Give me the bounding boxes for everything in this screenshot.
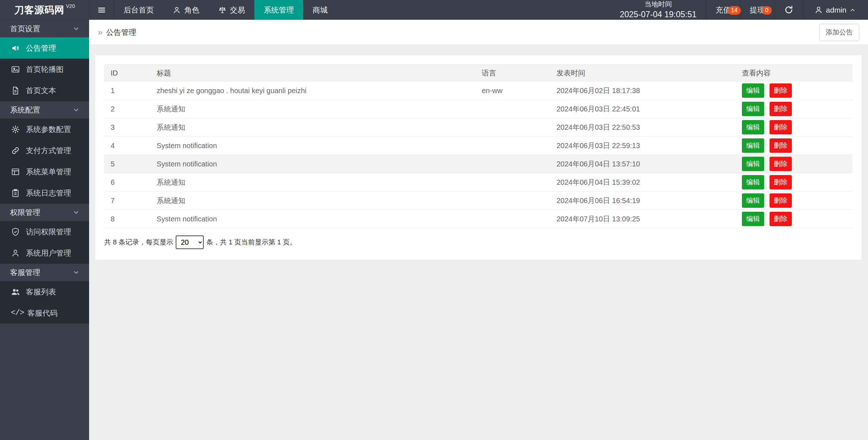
megaphone-icon [11, 43, 20, 53]
cell-id: 3 [104, 118, 157, 137]
gear-icon [11, 125, 20, 134]
admin-user-menu[interactable]: admin [803, 0, 868, 20]
delete-button[interactable]: 删除 [770, 193, 792, 208]
document-icon [11, 86, 20, 95]
clipboard-icon [11, 188, 20, 198]
chevron-down-icon [73, 269, 80, 276]
sidebar-item-system-menu[interactable]: 系统菜单管理 [0, 161, 89, 182]
edit-button[interactable]: 编辑 [742, 193, 764, 208]
chevron-down-icon [73, 209, 80, 216]
withdraw-button[interactable]: 提现 0 [740, 0, 774, 20]
cell-language [482, 118, 557, 137]
sidebar-item-system-params[interactable]: 系统参数配置 [0, 119, 89, 140]
cell-publish-time: 2024年06月04日 15:39:02 [557, 173, 742, 192]
app-logo-version: V20 [66, 3, 75, 9]
delete-button[interactable]: 删除 [770, 102, 792, 116]
cell-publish-time: 2024年06月04日 13:57:10 [557, 155, 742, 173]
sidebar-item-home-carousel[interactable]: 首页轮播图 [0, 59, 89, 80]
sidebar-section-label: 权限管理 [10, 207, 40, 217]
recharge-button[interactable]: 充值 14 [706, 0, 740, 20]
edit-button[interactable]: 编辑 [742, 138, 764, 153]
sidebar-section-customer-service[interactable]: 客服管理 [0, 263, 89, 281]
cell-title: System notification [157, 137, 482, 155]
cell-id: 8 [104, 210, 157, 228]
cell-id: 2 [104, 100, 157, 118]
cell-language [482, 155, 557, 173]
cell-id: 1 [104, 82, 157, 100]
delete-button[interactable]: 删除 [770, 120, 792, 134]
edit-button[interactable]: 编辑 [742, 102, 764, 116]
announcement-table: ID 标题 语言 发表时间 查看内容 1 zheshi yi ze gongga… [104, 64, 853, 228]
cell-language [482, 210, 557, 228]
cell-language [482, 100, 557, 118]
cell-language [482, 137, 557, 155]
cell-publish-time: 2024年06月03日 22:45:01 [557, 100, 742, 118]
sidebar-item-payment-methods[interactable]: 支付方式管理 [0, 140, 89, 161]
delete-button[interactable]: 删除 [770, 157, 792, 171]
delete-button[interactable]: 删除 [770, 83, 792, 98]
sidebar-item-access-permissions[interactable]: 访问权限管理 [0, 221, 89, 242]
pagination-text-before: 共 8 条记录，每页显示 [104, 238, 173, 247]
table-row: 6 系統通知 2024年06月04日 15:39:02 编辑 删除 [104, 173, 853, 192]
cell-actions: 编辑 删除 [742, 82, 853, 100]
nav-item-system-management[interactable]: 系统管理 [254, 0, 303, 20]
sidebar-item-label: 系统菜单管理 [26, 167, 71, 177]
sidebar-item-label: 首页文本 [26, 86, 56, 96]
image-icon [11, 65, 20, 74]
announcement-table-card: ID 标题 语言 发表时间 查看内容 1 zheshi yi ze gongga… [95, 55, 862, 260]
sidebar-item-system-users[interactable]: 系统用户管理 [0, 242, 89, 263]
sidebar-section-home-settings[interactable]: 首页设置 [0, 20, 89, 37]
delete-button[interactable]: 删除 [770, 212, 792, 226]
cell-actions: 编辑 删除 [742, 100, 853, 118]
nav-item-dashboard[interactable]: 后台首页 [114, 0, 163, 20]
nav-item-label: 后台首页 [124, 5, 154, 15]
delete-button[interactable]: 删除 [770, 138, 792, 153]
cell-actions: 编辑 删除 [742, 210, 853, 228]
sidebar-item-system-logs[interactable]: 系统日志管理 [0, 182, 89, 203]
edit-button[interactable]: 编辑 [742, 83, 764, 98]
page-size-select[interactable]: 20 [176, 235, 204, 249]
local-time-value: 2025-07-04 19:05:51 [620, 9, 697, 20]
add-announcement-button[interactable]: 添加公告 [819, 24, 859, 41]
scales-icon [218, 6, 227, 14]
cell-title: 系統通知 [157, 118, 482, 137]
cell-publish-time: 2024年06月03日 22:50:53 [557, 118, 742, 137]
app-logo-text: 刀客源码网 [14, 4, 65, 17]
table-row: 2 系統通知 2024年06月03日 22:45:01 编辑 删除 [104, 100, 853, 118]
users-icon [11, 287, 20, 297]
edit-button[interactable]: 编辑 [742, 157, 764, 171]
refresh-button[interactable] [774, 0, 803, 20]
sidebar-item-service-code[interactable]: </> 客服代码 [0, 302, 89, 324]
cell-id: 4 [104, 137, 157, 155]
table-row: 4 System notification 2024年06月03日 22:59:… [104, 137, 853, 155]
column-header-publish-time: 发表时间 [557, 65, 742, 82]
nav-item-trade[interactable]: 交易 [209, 0, 254, 20]
main-content: » 公告管理 添加公告 ID 标题 语言 发表时间 查看内容 1 zheshi … [89, 20, 868, 440]
cell-title: 系統通知 [157, 173, 482, 192]
admin-username: admin [826, 6, 846, 14]
sidebar-item-announcement-management[interactable]: 公告管理 [0, 37, 89, 59]
sidebar-section-label: 客服管理 [10, 267, 40, 278]
sidebar-section-system-config[interactable]: 系统配置 [0, 101, 89, 119]
nav-item-label: 系统管理 [264, 5, 294, 15]
edit-button[interactable]: 编辑 [742, 175, 764, 189]
sidebar-item-service-list[interactable]: 客服列表 [0, 281, 89, 302]
delete-button[interactable]: 删除 [770, 175, 792, 189]
hamburger-menu-button[interactable] [89, 0, 114, 20]
local-time-display: 当地时间 2025-07-04 19:05:51 [610, 0, 706, 20]
link-icon [11, 146, 20, 155]
column-header-title: 标题 [157, 65, 482, 82]
edit-button[interactable]: 编辑 [742, 212, 764, 226]
hamburger-icon [97, 6, 106, 14]
menu-panel-icon [11, 167, 20, 177]
sidebar-item-home-text[interactable]: 首页文本 [0, 80, 89, 101]
column-header-language: 语言 [482, 65, 557, 82]
sidebar-item-label: 访问权限管理 [26, 227, 71, 237]
edit-button[interactable]: 编辑 [742, 120, 764, 134]
sidebar-section-permissions[interactable]: 权限管理 [0, 203, 89, 221]
withdraw-badge: 0 [762, 6, 772, 15]
nav-item-mall[interactable]: 商城 [303, 0, 337, 20]
table-row: 5 System notification 2024年06月04日 13:57:… [104, 155, 853, 173]
nav-item-roles[interactable]: 角色 [163, 0, 209, 20]
person-icon [11, 248, 20, 258]
